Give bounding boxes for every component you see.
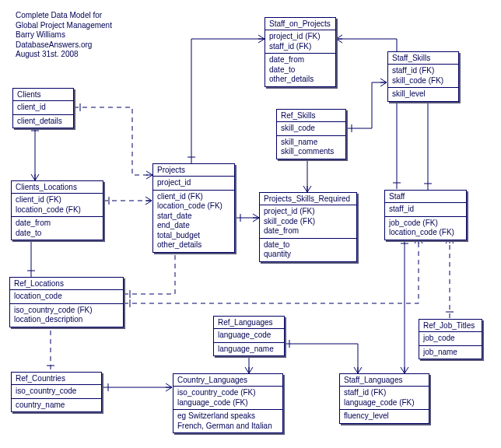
title-line: DatabaseAnswers.org [16,40,112,51]
entity-projects-skills-required: Projects_Skills_Required project_id (FK)… [259,192,357,262]
title-line: Barry Williams [16,30,112,40]
attr-field: location_code (FK) [389,228,462,238]
pk-field: client_id [17,103,69,113]
entity-staff-skills: Staff_Skills staff_id (FK) skill_code (F… [387,51,459,102]
entity-name: Clients_Locations [12,181,103,194]
entity-country-languages: Country_Languages iso_country_code (FK) … [173,373,283,433]
attr-field: client_id (FK) [157,192,230,202]
pk-field: job_code [423,334,478,344]
entity-ref-countries: Ref_Countries iso_country_code country_n… [11,372,102,412]
pk-field: skill_code (FK) [392,76,454,86]
attr-field: fluency_level [344,411,425,422]
pk-field: iso_country_code (FK) [177,388,279,398]
entity-name: Ref_Skills [277,110,345,122]
entity-name: Projects_Skills_Required [260,193,356,205]
attr-field: location_description [14,315,119,325]
entity-ref-languages: Ref_Languages language_code language_nam… [213,316,285,356]
entity-name: Staff [385,191,466,203]
attr-field: date_from [269,55,331,65]
pk-field: staff_id (FK) [392,66,454,76]
pk-field: skill_code [281,124,342,134]
entity-ref-job-titles: Ref_Job_Titles job_code job_name [419,319,482,359]
attr-field: date_to [16,229,99,239]
pk-field: project_id [157,178,230,188]
pk-field: iso_country_code [16,387,97,397]
attr-field: French, German and Italian [177,422,279,432]
title-line: Global Project Management [16,21,112,31]
attr-field: job_code (FK) [389,219,462,229]
attr-field: total_budget [157,231,230,241]
attr-field: location_code (FK) [157,201,230,212]
entity-name: Staff_on_Projects [265,18,335,30]
attr-field: language_name [218,345,280,355]
attr-field: skill_name [281,138,342,148]
pk-field: language_code (FK) [344,398,425,408]
attr-field: client_details [17,117,69,127]
entity-name: Staff_Skills [388,52,458,65]
attr-field: job_name [423,348,478,358]
entity-clients: Clients client_id client_details [12,88,74,128]
entity-staff-languages: Staff_Languages staff_id (FK) language_c… [339,373,429,424]
pk-field: language_code (FK) [177,398,279,408]
entity-staff: Staff staff_id job_code (FK) location_co… [384,190,467,240]
pk-field: project_id (FK) [264,207,352,217]
attr-field: date_from [16,219,99,229]
pk-field: staff_id (FK) [269,42,331,52]
pk-field: date_from [264,226,352,236]
entity-name: Clients [13,89,73,101]
attr-field: skill_level [392,89,454,100]
entity-name: Ref_Job_Titles [419,320,482,332]
entity-clients-locations: Clients_Locations client_id (FK) locatio… [11,180,103,240]
attr-field: iso_country_code (FK) [14,306,119,316]
entity-name: Staff_Languages [340,374,429,387]
pk-field: location_code [14,292,119,302]
attr-field: date_to [269,65,331,75]
attr-field: eg Switzerland speaks [177,411,279,422]
title-line: August 31st. 2008 [16,50,112,60]
pk-field: client_id (FK) [16,195,99,205]
pk-field: staff_id [389,205,462,215]
pk-field: location_code (FK) [16,205,99,215]
entity-name: Ref_Locations [10,278,123,290]
attr-field: quantity [264,250,352,260]
attr-field: skill_comments [281,147,342,157]
attr-field: other_details [157,240,230,250]
attr-field: end_date [157,221,230,231]
entity-name: Ref_Languages [214,317,284,329]
entity-name: Country_Languages [173,374,282,387]
diagram-title: Complete Data Model for Global Project M… [16,11,112,60]
entity-name: Projects [153,164,234,177]
entity-staff-on-projects: Staff_on_Projects project_id (FK) staff_… [265,17,336,87]
title-line: Complete Data Model for [16,11,112,21]
entity-ref-skills: Ref_Skills skill_code skill_name skill_c… [276,109,346,159]
pk-field: project_id (FK) [269,32,331,42]
attr-field: start_date [157,212,230,222]
attr-field: other_details [269,75,331,85]
attr-field: date_to [264,240,352,250]
entity-ref-locations: Ref_Locations location_code iso_country_… [9,277,124,327]
entity-projects: Projects project_id client_id (FK) locat… [152,163,235,253]
pk-field: language_code [218,331,280,341]
pk-field: skill_code (FK) [264,217,352,227]
entity-name: Ref_Countries [12,373,101,385]
pk-field: staff_id (FK) [344,388,425,398]
attr-field: country_name [16,401,97,411]
